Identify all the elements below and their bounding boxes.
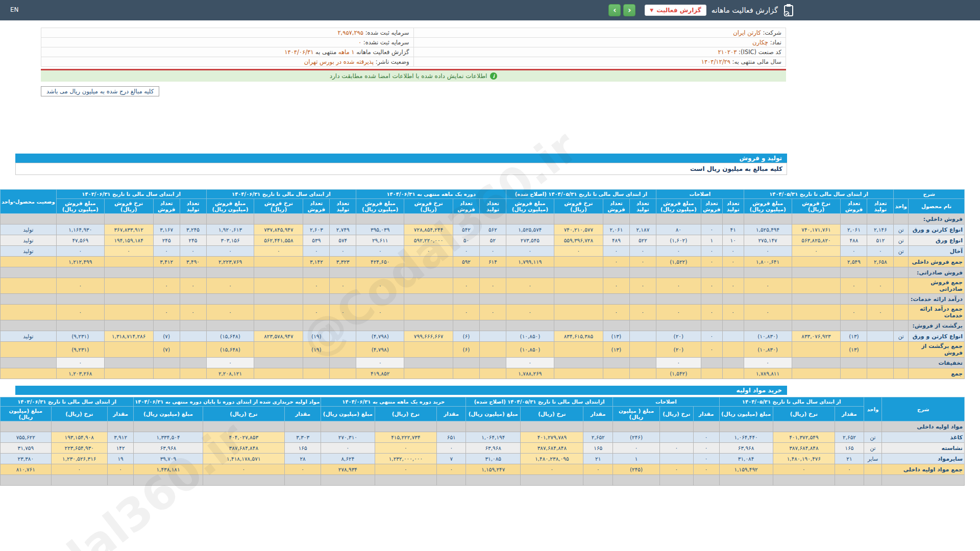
next-report-button[interactable]: › bbox=[623, 4, 635, 16]
data-cell: ۱۴۲ bbox=[107, 443, 133, 454]
data-cell: ۰ bbox=[107, 464, 133, 475]
data-cell: ۰ bbox=[583, 464, 613, 475]
data-cell: ۴۱۹,۸۵۲ bbox=[356, 368, 404, 379]
info-row: سال مالی منتهی به: ۱۴۰۴/۱۲/۲۹ وضعیت ناشر… bbox=[41, 57, 786, 67]
data-cell bbox=[254, 214, 303, 224]
data-cell bbox=[894, 294, 909, 305]
column-header: نرخ (ریال) bbox=[375, 407, 437, 421]
data-cell: ۱۹۳,۱۵۴,۹۰۸ bbox=[51, 432, 107, 443]
data-cell bbox=[629, 368, 656, 379]
data-cell bbox=[659, 432, 693, 443]
data-cell bbox=[1, 278, 57, 294]
data-cell bbox=[894, 214, 909, 224]
data-cell: ۳۸۷,۶۸۴,۸۴۸ bbox=[203, 443, 284, 454]
data-cell bbox=[1, 214, 57, 224]
data-cell bbox=[104, 294, 153, 305]
column-header: تعداد تولید bbox=[722, 199, 744, 214]
column-header: مبلغ فروش (میلیون ریال) bbox=[56, 199, 104, 214]
data-cell bbox=[56, 320, 104, 331]
data-cell: ۰ bbox=[701, 331, 722, 342]
data-cell bbox=[719, 421, 773, 432]
field-label: منتهی به bbox=[315, 48, 336, 56]
data-cell: تن bbox=[894, 224, 909, 235]
data-cell: ۵۹۲,۲۲۰,۰۰۰ bbox=[404, 235, 453, 246]
data-cell bbox=[603, 358, 629, 368]
data-cell: ۴۰۱,۲۷۹,۷۸۹ bbox=[521, 432, 583, 443]
data-cell bbox=[104, 214, 153, 224]
data-cell bbox=[180, 342, 206, 358]
data-cell bbox=[554, 320, 603, 331]
data-cell: تولید bbox=[1, 235, 57, 246]
info-icon: i bbox=[490, 72, 497, 80]
data-cell bbox=[134, 475, 203, 486]
report-type-dropdown[interactable]: گزارش فعالیت ▼ bbox=[645, 5, 706, 16]
section-row: مواد اولیه داخلی bbox=[1, 421, 965, 432]
data-cell: ۰ bbox=[841, 305, 867, 320]
data-cell bbox=[744, 294, 792, 305]
data-cell bbox=[1, 421, 52, 432]
info-row: نماد: چکارن سرمایه ثبت نشده: ۰ bbox=[41, 38, 786, 47]
data-cell: ۰ bbox=[206, 246, 254, 257]
data-cell: ۰ bbox=[603, 257, 629, 267]
table-row: آخالتن۰۰۰۰۰۰۰۰۰۰۰۰۰۰۰۰۰۰۰۰۰۰۰تولید bbox=[1, 246, 965, 257]
data-cell: ۰ bbox=[744, 305, 792, 320]
data-cell bbox=[153, 267, 180, 278]
data-cell bbox=[254, 368, 303, 379]
data-cell: (۹,۲۳۱) bbox=[56, 342, 104, 358]
data-cell: ۷۳۷,۸۴۵,۹۴۷ bbox=[254, 224, 303, 235]
data-cell: ۲,۷۴۹ bbox=[330, 224, 356, 235]
report-type-dropdown-label: گزارش فعالیت bbox=[656, 7, 701, 14]
data-cell: ۰ bbox=[180, 278, 206, 294]
section-bar-production-sales: تولید و فروش bbox=[15, 154, 787, 163]
data-cell bbox=[153, 358, 180, 368]
data-cell bbox=[104, 267, 153, 278]
data-cell: ۸,۶۲۴ bbox=[321, 454, 375, 464]
data-cell: ۵۰ bbox=[453, 235, 480, 246]
data-cell bbox=[864, 475, 881, 486]
data-cell bbox=[303, 294, 330, 305]
previous-report-button[interactable]: ‹ bbox=[608, 4, 621, 16]
data-cell: (۹,۲۳۱) bbox=[56, 331, 104, 342]
clipboard-report-icon bbox=[783, 4, 794, 17]
data-cell: ۰ bbox=[284, 464, 321, 475]
data-cell: ۰ bbox=[744, 358, 792, 368]
column-group-header: وضعیت محصول-واحد bbox=[1, 190, 57, 214]
data-cell bbox=[404, 257, 453, 267]
data-cell bbox=[321, 475, 375, 486]
data-cell bbox=[254, 267, 303, 278]
data-cell: ۶۳,۹۶۸ bbox=[719, 443, 773, 454]
data-cell bbox=[104, 305, 153, 320]
data-cell bbox=[180, 368, 206, 379]
data-cell: ۰ bbox=[453, 278, 480, 294]
top-header-bar: EN گزارش فعالیت ماهانه گزارش فعالیت ▼ ‹ … bbox=[0, 0, 980, 20]
section-bar-raw-materials: خرید مواد اولیه bbox=[15, 386, 787, 395]
data-cell: ۰ bbox=[104, 246, 153, 257]
data-cell bbox=[629, 214, 656, 224]
data-cell: ۱ bbox=[701, 235, 722, 246]
data-cell: ۰ bbox=[701, 246, 722, 257]
data-cell: ۵۵۹,۳۹۶,۷۲۸ bbox=[554, 235, 603, 246]
data-cell: (۱۰,۸۵۰) bbox=[506, 331, 554, 342]
data-cell: ۳,۳۰۳ bbox=[284, 432, 321, 443]
data-cell: ۴۲۴,۶۵۰ bbox=[356, 257, 404, 267]
data-cell bbox=[180, 320, 206, 331]
row-label-cell: فروش داخلي: bbox=[909, 214, 965, 224]
data-cell: ۰ bbox=[206, 358, 254, 368]
table-row: سایرموادسایر۲۱۱,۴۸۰,۱۹۰,۴۷۶۳۱,۰۸۴۰۱۲۱۱,۴… bbox=[1, 454, 965, 464]
data-cell bbox=[1, 368, 57, 379]
data-cell bbox=[719, 475, 773, 486]
data-cell: ۲,۰۶۱ bbox=[841, 224, 867, 235]
row-label-cell: تخفیفات bbox=[909, 358, 965, 368]
data-cell: ۵۴۲ bbox=[453, 224, 480, 235]
column-header: مبلغ فروش (میلیون ریال) bbox=[206, 199, 254, 214]
row-label-cell: برگشت از فروش: bbox=[909, 320, 965, 331]
data-cell bbox=[867, 267, 894, 278]
field-label: سرمایه ثبت نشده: bbox=[363, 39, 409, 46]
data-cell bbox=[356, 214, 404, 224]
data-cell: ۰ bbox=[375, 464, 437, 475]
amounts-in-million-rial-note: کلیه مبالغ درج شده به میلیون ریال می باش… bbox=[41, 86, 159, 96]
data-cell bbox=[153, 368, 180, 379]
language-toggle-en[interactable]: EN bbox=[10, 6, 19, 13]
data-cell: ۸۳۳,۰۷۶,۹۲۳ bbox=[792, 331, 841, 342]
data-cell: ۰ bbox=[554, 246, 603, 257]
